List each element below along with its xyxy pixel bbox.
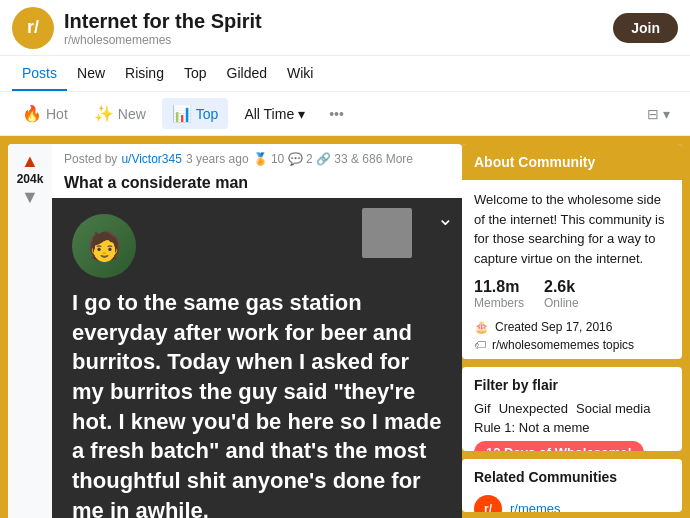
flair-social-media[interactable]: Social media: [576, 401, 650, 416]
tab-new[interactable]: New: [67, 57, 115, 91]
filter-flair-body: Filter by flair Gif Unexpected Social me…: [462, 367, 682, 451]
related-community-memes[interactable]: r/ r/memes: [462, 491, 682, 512]
members-label: Members: [474, 296, 524, 310]
members-count: 11.8m: [474, 278, 524, 296]
view-toggle-button[interactable]: ⊟ ▾: [639, 100, 678, 128]
post-author[interactable]: u/Victor345: [121, 152, 182, 166]
top-icon: 📊: [172, 104, 192, 123]
flair-gif[interactable]: Gif: [474, 401, 491, 416]
online-label: Online: [544, 296, 579, 310]
all-time-button[interactable]: All Time ▾: [234, 100, 315, 128]
post-meta: Posted by u/Victor345 3 years ago 🏅 10 💬…: [52, 144, 462, 170]
post-time: 3 years ago: [186, 152, 249, 166]
tab-top[interactable]: Top: [174, 57, 217, 91]
related-name-memes[interactable]: r/memes: [510, 501, 561, 512]
subreddit-info: Internet for the Spirit r/wholesomememes: [64, 9, 262, 47]
related-avatar-memes: r/: [474, 495, 502, 512]
join-button[interactable]: Join: [613, 13, 678, 43]
upvote-button[interactable]: ▲: [21, 152, 39, 170]
expand-button[interactable]: ⌄: [437, 206, 454, 230]
subreddit-name: r/wholesomememes: [64, 33, 262, 47]
about-community-body: Welcome to the wholesome side of the int…: [462, 180, 682, 359]
community-description: Welcome to the wholesome side of the int…: [474, 190, 670, 268]
flair-highlight-button[interactable]: 12 Days of Wholesome!: [474, 441, 644, 451]
tab-wiki[interactable]: Wiki: [277, 57, 323, 91]
header: r/ Internet for the Spirit r/wholesomeme…: [0, 0, 690, 56]
about-community-card: About Community Welcome to the wholesome…: [462, 144, 682, 359]
post-title: What a considerate man: [52, 170, 462, 198]
tab-posts[interactable]: Posts: [12, 57, 67, 91]
community-stats: 11.8m Members 2.6k Online: [474, 278, 670, 310]
sidebar: About Community Welcome to the wholesome…: [462, 144, 682, 512]
subreddit-logo: r/: [12, 7, 54, 49]
main-layout: ▲ 204k ▼ Posted by u/Victor345 3 years a…: [0, 136, 690, 518]
sort-top-button[interactable]: 📊 Top: [162, 98, 229, 129]
sort-new-button[interactable]: ✨ New: [84, 98, 156, 129]
post-card: ▲ 204k ▼ Posted by u/Victor345 3 years a…: [8, 144, 462, 518]
members-stat: 11.8m Members: [474, 278, 524, 310]
site-title: Internet for the Spirit: [64, 9, 262, 33]
cake-icon: 🎂: [474, 320, 489, 334]
flair-row-1: Gif Unexpected Social media: [474, 401, 670, 416]
flair-unexpected[interactable]: Unexpected: [499, 401, 568, 416]
flair-row-2: Rule 1: Not a meme: [474, 420, 670, 435]
post-wrapper: ▲ 204k ▼ Posted by u/Victor345 3 years a…: [8, 144, 462, 518]
meme-text: I go to the same gas station everyday af…: [72, 288, 442, 518]
sort-hot-button[interactable]: 🔥 Hot: [12, 98, 78, 129]
post-area: ▲ 204k ▼ Posted by u/Victor345 3 years a…: [8, 144, 462, 512]
thumbnail-image: [362, 208, 412, 258]
tab-gilded[interactable]: Gilded: [217, 57, 277, 91]
post-awards: 🏅 10 💬 2 🔗 33 & 686 More: [253, 152, 413, 166]
community-meta: 🎂 Created Sep 17, 2016 🏷 r/wholesomememe…: [474, 320, 670, 352]
filter-flair-card: Filter by flair Gif Unexpected Social me…: [462, 367, 682, 451]
online-count: 2.6k: [544, 278, 579, 296]
chevron-down-icon: ▾: [298, 106, 305, 122]
topics-label: r/wholesomememes topics: [492, 338, 634, 352]
post-image-area: 🧑 ⌄ I go to the same gas station everyda…: [52, 198, 462, 518]
flair-list: Gif Unexpected Social media Rule 1: Not …: [474, 401, 670, 435]
poster-avatar: 🧑: [72, 214, 136, 278]
topics-row: 🏷 r/wholesomememes topics: [474, 338, 670, 352]
nav-tabs: Posts New Rising Top Gilded Wiki: [0, 56, 690, 92]
about-community-header: About Community: [462, 144, 682, 180]
post-content: Posted by u/Victor345 3 years ago 🏅 10 💬…: [52, 144, 462, 518]
related-communities-title: Related Communities: [462, 459, 682, 491]
new-icon: ✨: [94, 104, 114, 123]
downvote-button[interactable]: ▼: [21, 188, 39, 206]
flair-rule1[interactable]: Rule 1: Not a meme: [474, 420, 590, 435]
related-communities-card: Related Communities r/ r/memes: [462, 459, 682, 512]
hot-icon: 🔥: [22, 104, 42, 123]
created-row: 🎂 Created Sep 17, 2016: [474, 320, 670, 334]
online-stat: 2.6k Online: [544, 278, 579, 310]
vote-section: ▲ 204k ▼: [8, 144, 52, 518]
more-options-button[interactable]: •••: [321, 100, 352, 128]
vote-count: 204k: [17, 172, 44, 186]
filter-flair-title: Filter by flair: [474, 377, 670, 393]
tab-rising[interactable]: Rising: [115, 57, 174, 91]
created-date: Created Sep 17, 2016: [495, 320, 612, 334]
sort-bar: 🔥 Hot ✨ New 📊 Top All Time ▾ ••• ⊟ ▾: [0, 92, 690, 136]
tag-icon: 🏷: [474, 338, 486, 352]
